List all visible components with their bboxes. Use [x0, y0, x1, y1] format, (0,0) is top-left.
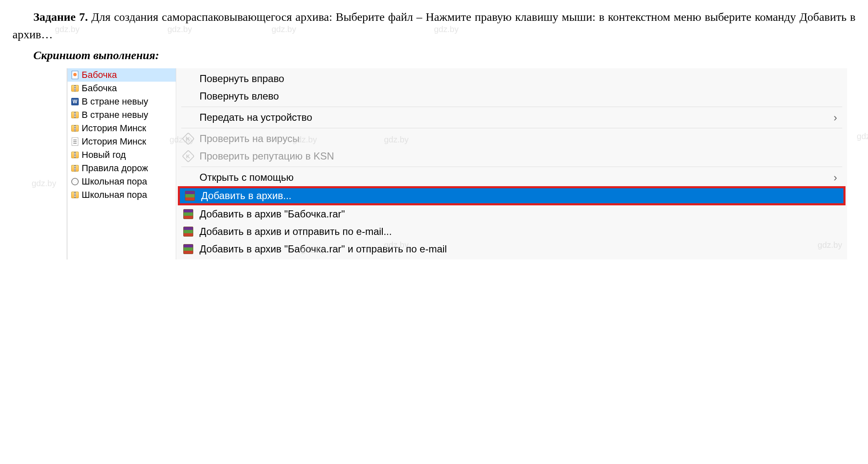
menu-label: Добавить в архив и отправить по e-mail..… — [200, 226, 392, 237]
winrar-icon — [185, 190, 195, 201]
file-label: В стране невыу — [82, 96, 148, 107]
file-item-history-zip[interactable]: История Минск — [67, 122, 176, 135]
menu-add-archive-highlight: Добавить в архив... — [178, 186, 846, 205]
file-item-newyear-zip[interactable]: Новый год — [67, 148, 176, 162]
file-label: Бабочка — [82, 70, 117, 80]
menu-cast-device[interactable]: Передать на устройство — [176, 109, 847, 126]
menu-label: Проверить репутацию в KSN — [200, 150, 334, 162]
file-label: История Минск — [82, 123, 146, 134]
menu-add-named-email[interactable]: Добавить в архив "Бабочка.rar" и отправи… — [176, 240, 847, 258]
menu-label: Передать на устройство — [200, 112, 312, 123]
kaspersky-icon: K — [183, 133, 194, 144]
menu-label: Добавить в архив... — [201, 190, 292, 202]
winrar-icon — [183, 244, 194, 254]
file-label: Правила дорож — [82, 163, 148, 174]
watermark: gdz.by — [857, 132, 868, 141]
file-item-school-zip[interactable]: Школьная пора — [67, 188, 176, 202]
zip-folder-icon — [71, 191, 79, 199]
menu-add-archive-named[interactable]: Добавить в архив "Бабочка.rar" — [176, 205, 847, 223]
text-file-icon — [71, 137, 79, 146]
menu-label: Открыть с помощью — [200, 172, 294, 183]
menu-label: Повернуть вправо — [200, 73, 284, 85]
menu-ksn-check: K Проверить репутацию в KSN — [176, 147, 847, 165]
file-item-school-disc[interactable]: Школьная пора — [67, 175, 176, 188]
file-label: Школьная пора — [82, 190, 147, 200]
watermark: gdz.by — [32, 179, 56, 188]
menu-add-archive[interactable]: Добавить в архив... — [180, 188, 843, 203]
task-text: Для создания самораспаковывающегося архи… — [12, 10, 856, 41]
file-list: Бабочка Бабочка W В стране невыу В стран… — [67, 68, 176, 259]
spacer-icon — [183, 91, 194, 102]
file-item-babochka-doc[interactable]: Бабочка — [67, 68, 176, 82]
menu-separator — [181, 167, 842, 167]
file-item-rules-zip[interactable]: Правила дорож — [67, 162, 176, 175]
menu-separator — [181, 107, 842, 107]
menu-add-email[interactable]: Добавить в архив и отправить по e-mail..… — [176, 223, 847, 240]
spacer-icon — [183, 73, 194, 84]
task-label: Задание 7. — [33, 10, 88, 23]
document-icon — [71, 71, 79, 79]
file-label: Бабочка — [82, 83, 117, 94]
zip-folder-icon — [71, 164, 79, 172]
file-item-babochka-zip[interactable]: Бабочка — [67, 82, 176, 95]
menu-rotate-left[interactable]: Повернуть влево — [176, 87, 847, 105]
file-label: В стране невыу — [82, 110, 148, 120]
spacer-icon — [183, 112, 194, 123]
menu-separator — [181, 128, 842, 128]
menu-label: Повернуть влево — [200, 90, 279, 102]
file-item-strane-word[interactable]: W В стране невыу — [67, 95, 176, 108]
screenshot: Бабочка Бабочка W В стране невыу В стран… — [67, 68, 847, 259]
menu-label: Проверить на вирусы — [200, 133, 299, 145]
file-label: Школьная пора — [82, 176, 147, 187]
zip-folder-icon — [71, 124, 79, 132]
zip-folder-icon — [71, 111, 79, 119]
disc-icon — [71, 177, 79, 186]
menu-rotate-right[interactable]: Повернуть вправо — [176, 70, 847, 87]
zip-folder-icon — [71, 151, 79, 159]
menu-label: Добавить в архив "Бабочка.rar" — [200, 208, 345, 220]
file-item-history-text[interactable]: История Минск — [67, 135, 176, 148]
kaspersky-icon: K — [183, 151, 194, 162]
word-icon: W — [71, 97, 79, 106]
menu-open-with[interactable]: Открыть с помощью — [176, 169, 847, 186]
menu-label: Добавить в архив "Бабочка.rar" и отправи… — [200, 243, 447, 255]
subtitle: Скриншот выполнения: — [12, 47, 856, 64]
spacer-icon — [183, 172, 194, 183]
winrar-icon — [183, 209, 194, 220]
file-label: Новый год — [82, 150, 126, 160]
menu-virus-check: K Проверить на вирусы — [176, 130, 847, 147]
task-paragraph: Задание 7. Для создания самораспаковываю… — [12, 8, 856, 43]
winrar-icon — [183, 226, 194, 237]
context-menu: Повернуть вправо Повернуть влево Передат… — [176, 68, 847, 259]
file-item-strane-zip[interactable]: В стране невыу — [67, 108, 176, 122]
zip-folder-icon — [71, 84, 79, 92]
file-label: История Минск — [82, 136, 146, 147]
